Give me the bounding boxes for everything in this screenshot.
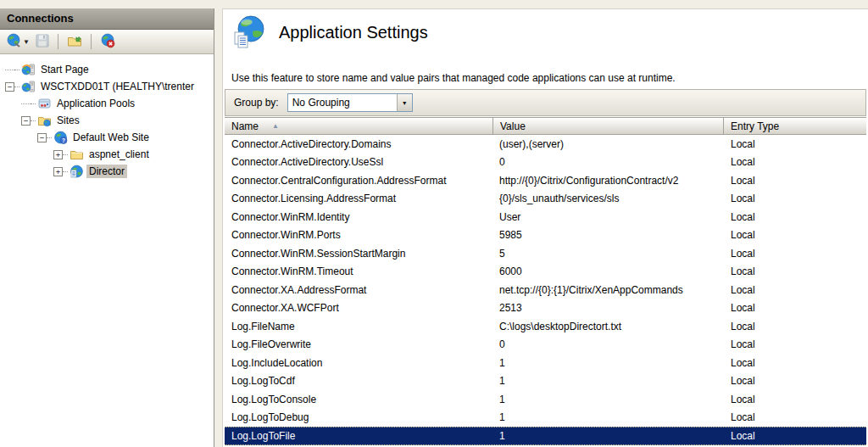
- cell-name: Connector.Licensing.AddressFormat: [225, 193, 493, 204]
- tree-item-aspnet-client[interactable]: +aspnet_client: [0, 146, 214, 163]
- cell-value: 2513: [493, 302, 724, 314]
- cell-entry-type: Local: [724, 394, 866, 405]
- tree-connector-line: [21, 103, 31, 104]
- iis-manager-window: Connections ▼: [0, 0, 868, 447]
- settings-row-connector-winrm-timeout[interactable]: Connector.WinRM.Timeout6000Local: [225, 263, 866, 282]
- feature-description: Use this feature to store name and value…: [231, 72, 676, 84]
- collapse-icon[interactable]: −: [37, 133, 47, 142]
- cell-name: Connector.CentralConfiguration.AddressFo…: [225, 175, 493, 187]
- cell-entry-type: Local: [724, 338, 866, 350]
- folder-icon: [70, 148, 84, 161]
- column-header-name[interactable]: Name ▲: [225, 118, 493, 134]
- settings-row-connector-xa-addressformat[interactable]: Connector.XA.AddressFormatnet.tcp://{0}:…: [225, 281, 866, 299]
- tree-item-label: Default Web Site: [70, 131, 152, 144]
- tree-connector-line: [63, 171, 68, 172]
- expand-icon[interactable]: +: [53, 150, 63, 159]
- cell-value: C:\logs\desktopDirectort.txt: [493, 321, 724, 332]
- column-header-value[interactable]: Value: [493, 118, 724, 134]
- settings-row-connector-winrm-ports[interactable]: Connector.WinRM.Ports5985Local: [225, 226, 866, 245]
- cell-name: Connector.WinRM.SessionStartMargin: [225, 248, 493, 260]
- cell-value: 1: [493, 394, 724, 405]
- cell-entry-type: Local: [724, 156, 866, 168]
- cell-entry-type: Local: [724, 411, 866, 423]
- tree-item-director[interactable]: +Director: [0, 163, 214, 180]
- settings-row-connector-activedirectory-usessl[interactable]: Connector.ActiveDirectory.UseSsl0Local: [225, 154, 866, 172]
- cell-name: Connector.ActiveDirectory.Domains: [225, 138, 493, 150]
- cell-name: Log.LogToDebug: [225, 411, 493, 423]
- settings-row-connector-winrm-identity[interactable]: Connector.WinRM.IdentityUserLocal: [225, 208, 866, 226]
- connections-tree: Start Page−WSCTXDD01T (HEALTHY\trenterAp…: [0, 54, 214, 447]
- tree-item-label: Application Pools: [54, 97, 137, 110]
- cell-name: Connector.XA.WCFPort: [225, 302, 493, 314]
- tree-item-wsctxdd01t-healthy-trenter[interactable]: −WSCTXDD01T (HEALTHY\trenter: [0, 78, 214, 95]
- toolbar-separator: [91, 34, 92, 49]
- cell-name: Log.FileName: [225, 321, 493, 332]
- web-site-globe-icon: ?: [53, 131, 68, 144]
- column-header-entry-type[interactable]: Entry Type: [724, 118, 866, 134]
- settings-row-log-filename[interactable]: Log.FileNameC:\logs\desktopDirectort.txt…: [225, 317, 866, 336]
- tree-item-application-pools[interactable]: Application Pools: [0, 95, 214, 112]
- cell-value: net.tcp://{0}:{1}/Citrix/XenAppCommands: [493, 284, 724, 296]
- group-by-label: Group by:: [234, 97, 279, 109]
- settings-row-log-includelocation[interactable]: Log.IncludeLocation1Local: [225, 354, 866, 372]
- start-page-icon: [21, 63, 36, 76]
- cell-name: Connector.XA.AddressFormat: [225, 284, 493, 296]
- tree-item-start-page[interactable]: Start Page: [0, 61, 214, 78]
- tree-item-label: WSCTXDD01T (HEALTHY\trenter: [38, 80, 197, 93]
- cell-entry-type: Local: [724, 229, 866, 241]
- column-header-entry-type-label: Entry Type: [731, 120, 779, 132]
- tree-item-label: Sites: [54, 114, 82, 127]
- tree-connector-line: [5, 70, 14, 70]
- chevron-down-icon[interactable]: ▼: [397, 94, 412, 111]
- cell-value: 1: [493, 430, 724, 442]
- connections-toolbar: ▼: [0, 30, 214, 54]
- tree-connector-line: [14, 70, 19, 70]
- cell-entry-type: Local: [724, 248, 866, 260]
- connect-button[interactable]: ▼: [3, 31, 31, 53]
- tree-item-label: aspnet_client: [86, 148, 152, 161]
- cell-entry-type: Local: [724, 321, 866, 332]
- cell-entry-type: Local: [724, 265, 866, 277]
- toolbar-separator: [58, 34, 58, 49]
- cell-entry-type: Local: [724, 284, 866, 296]
- cell-entry-type: Local: [724, 375, 866, 387]
- settings-row-log-logtocdf[interactable]: Log.LogToCdf1Local: [225, 372, 866, 391]
- cell-entry-type: Local: [724, 302, 866, 314]
- tree-connector-line: [63, 154, 68, 155]
- column-header-name-label: Name: [231, 120, 259, 132]
- settings-row-connector-licensing-addressformat[interactable]: Connector.Licensing.AddressFormat{0}/sls…: [225, 190, 866, 209]
- collapse-icon[interactable]: −: [21, 116, 31, 126]
- settings-row-connector-xa-wcfport[interactable]: Connector.XA.WCFPort2513Local: [225, 299, 866, 318]
- up-button[interactable]: [64, 31, 85, 53]
- cell-name: Log.FileOverwrite: [225, 338, 493, 350]
- settings-row-log-logtodebug[interactable]: Log.LogToDebug1Local: [225, 409, 866, 427]
- cell-value: 0: [493, 338, 724, 350]
- cell-name: Connector.WinRM.Timeout: [225, 265, 493, 277]
- tree-item-sites[interactable]: −Sites: [0, 112, 214, 129]
- column-header-value-label: Value: [500, 120, 526, 132]
- application-settings-icon: [230, 14, 267, 53]
- server-icon: [21, 80, 36, 93]
- settings-row-log-logtofile[interactable]: Log.LogToFile1Local: [225, 427, 866, 445]
- cell-name: Log.LogToFile: [225, 430, 493, 442]
- cell-value: (user),(server): [493, 138, 724, 150]
- cell-value: 6000: [493, 265, 724, 277]
- settings-row-connector-activedirectory-domains[interactable]: Connector.ActiveDirectory.Domains(user),…: [225, 135, 866, 154]
- settings-row-log-fileoverwrite[interactable]: Log.FileOverwrite0Local: [225, 336, 866, 355]
- sites-folder-icon: [37, 114, 52, 127]
- settings-row-log-logtoconsole[interactable]: Log.LogToConsole1Local: [225, 390, 866, 409]
- expand-icon[interactable]: +: [53, 167, 63, 176]
- tree-item-default-web-site[interactable]: −?Default Web Site: [0, 129, 214, 146]
- cell-entry-type: Local: [724, 138, 866, 150]
- cell-value: 5985: [493, 229, 724, 241]
- disconnect-button[interactable]: [97, 31, 118, 53]
- tree-connector-line: [14, 87, 19, 87]
- page-title: Application Settings: [279, 23, 428, 42]
- save-button[interactable]: [33, 31, 52, 53]
- settings-row-connector-winrm-sessionstartmargin[interactable]: Connector.WinRM.SessionStartMargin5Local: [225, 244, 866, 263]
- settings-row-connector-centralconfiguration-addressformat[interactable]: Connector.CentralConfiguration.AddressFo…: [225, 171, 866, 190]
- group-by-dropdown[interactable]: No Grouping ▼: [287, 93, 413, 112]
- tree-item-label: Director: [86, 165, 127, 178]
- collapse-icon[interactable]: −: [5, 82, 14, 92]
- cell-value: User: [493, 211, 724, 223]
